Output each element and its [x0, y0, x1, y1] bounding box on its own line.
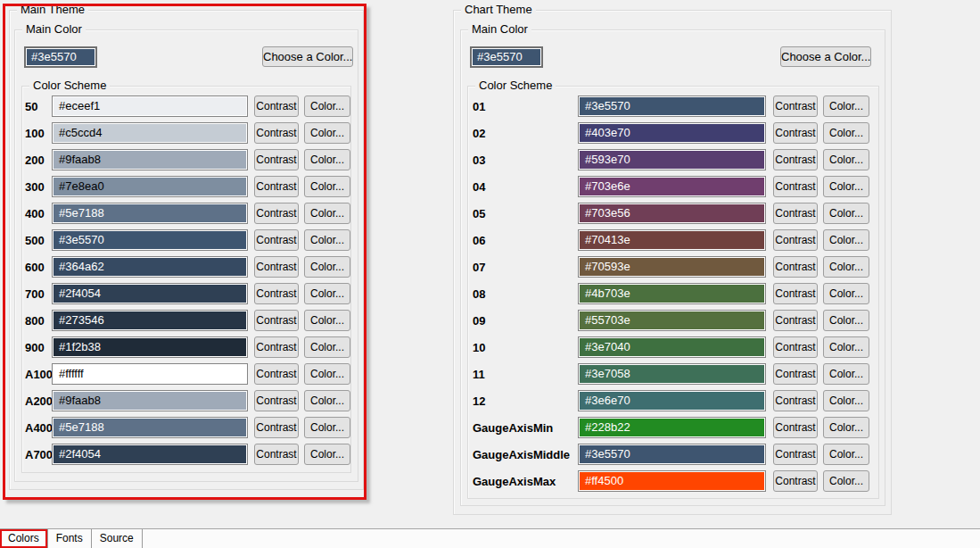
color-swatch[interactable]: #eceef1 — [52, 95, 248, 117]
color-swatch[interactable]: #55703e — [578, 310, 766, 331]
contrast-button[interactable]: Contrast — [773, 444, 818, 465]
color-swatch[interactable]: #9faab8 — [52, 390, 248, 411]
color-swatch[interactable]: #3e5570 — [578, 444, 766, 465]
color-swatch[interactable]: #3e7040 — [578, 336, 766, 358]
color-button[interactable]: Color... — [823, 122, 869, 144]
color-swatch[interactable]: #c5ccd4 — [52, 122, 248, 144]
color-button[interactable]: Color... — [823, 149, 869, 170]
contrast-button[interactable]: Contrast — [773, 256, 818, 278]
contrast-button[interactable]: Contrast — [254, 283, 299, 304]
contrast-button[interactable]: Contrast — [254, 122, 299, 144]
scheme-row: A200#9faab8ContrastColor... — [25, 390, 350, 411]
color-button[interactable]: Color... — [304, 417, 350, 438]
contrast-button[interactable]: Contrast — [254, 229, 299, 251]
chart-theme-main-color-field[interactable]: #3e5570 — [470, 46, 543, 68]
color-swatch[interactable]: #70593e — [578, 256, 766, 278]
color-button[interactable]: Color... — [304, 122, 350, 144]
color-button[interactable]: Color... — [304, 95, 350, 117]
scheme-row: 900#1f2b38ContrastColor... — [25, 336, 350, 358]
color-swatch[interactable]: #364a62 — [52, 256, 248, 278]
scheme-row: 10#3e7040ContrastColor... — [473, 336, 869, 358]
color-swatch[interactable]: #273546 — [52, 310, 248, 331]
color-swatch[interactable]: #9faab8 — [52, 149, 248, 170]
contrast-button[interactable]: Contrast — [254, 390, 299, 411]
color-swatch[interactable]: #1f2b38 — [52, 336, 248, 358]
tab-source[interactable]: Source — [92, 529, 143, 548]
contrast-button[interactable]: Contrast — [773, 283, 818, 304]
color-button[interactable]: Color... — [823, 176, 869, 197]
color-swatch[interactable]: #ff4500 — [578, 470, 766, 492]
main-color-group-title: Main Color — [22, 22, 86, 37]
color-swatch[interactable]: #5e7188 — [52, 417, 248, 438]
color-button[interactable]: Color... — [823, 363, 869, 385]
tab-fonts[interactable]: Fonts — [48, 529, 92, 548]
main-theme-main-color-field[interactable]: #3e5570 — [24, 46, 97, 68]
scheme-row: GaugeAxisMiddle#3e5570ContrastColor... — [473, 444, 869, 465]
color-swatch[interactable]: #ffffff — [52, 363, 248, 385]
chart-theme-choose-color-button[interactable]: Choose a Color... — [780, 46, 871, 67]
main-theme-choose-color-button[interactable]: Choose a Color... — [262, 46, 353, 67]
color-swatch[interactable]: #5e7188 — [52, 203, 248, 224]
color-button[interactable]: Color... — [304, 444, 350, 465]
color-swatch[interactable]: #593e70 — [578, 149, 766, 170]
contrast-button[interactable]: Contrast — [254, 417, 299, 438]
contrast-button[interactable]: Contrast — [254, 310, 299, 331]
scheme-row-label: 100 — [25, 127, 52, 140]
color-swatch[interactable]: #2f4054 — [52, 283, 248, 304]
color-button[interactable]: Color... — [304, 336, 350, 358]
color-swatch[interactable]: #703e56 — [578, 203, 766, 224]
color-swatch[interactable]: #7e8ea0 — [52, 176, 248, 197]
contrast-button[interactable]: Contrast — [773, 176, 818, 197]
color-button[interactable]: Color... — [823, 336, 869, 358]
color-button[interactable]: Color... — [304, 176, 350, 197]
color-button[interactable]: Color... — [304, 229, 350, 251]
contrast-button[interactable]: Contrast — [773, 417, 818, 438]
color-button[interactable]: Color... — [823, 95, 869, 117]
contrast-button[interactable]: Contrast — [773, 310, 818, 331]
color-button[interactable]: Color... — [304, 149, 350, 170]
contrast-button[interactable]: Contrast — [254, 95, 299, 117]
contrast-button[interactable]: Contrast — [773, 363, 818, 385]
contrast-button[interactable]: Contrast — [254, 176, 299, 197]
color-button[interactable]: Color... — [304, 310, 350, 331]
contrast-button[interactable]: Contrast — [773, 229, 818, 251]
color-button[interactable]: Color... — [823, 417, 869, 438]
color-button[interactable]: Color... — [823, 203, 869, 224]
contrast-button[interactable]: Contrast — [773, 470, 818, 492]
color-button[interactable]: Color... — [823, 310, 869, 331]
contrast-button[interactable]: Contrast — [773, 336, 818, 358]
color-button[interactable]: Color... — [304, 363, 350, 385]
color-swatch[interactable]: #3e6e70 — [578, 390, 766, 411]
contrast-button[interactable]: Contrast — [254, 203, 299, 224]
color-button[interactable]: Color... — [823, 229, 869, 251]
contrast-button[interactable]: Contrast — [254, 336, 299, 358]
contrast-button[interactable]: Contrast — [773, 149, 818, 170]
color-button[interactable]: Color... — [823, 256, 869, 278]
contrast-button[interactable]: Contrast — [254, 256, 299, 278]
contrast-button[interactable]: Contrast — [773, 122, 818, 144]
contrast-button[interactable]: Contrast — [773, 95, 818, 117]
contrast-button[interactable]: Contrast — [254, 149, 299, 170]
color-button[interactable]: Color... — [304, 283, 350, 304]
contrast-button[interactable]: Contrast — [254, 363, 299, 385]
color-swatch[interactable]: #228b22 — [578, 417, 766, 438]
color-button[interactable]: Color... — [823, 470, 869, 492]
color-button[interactable]: Color... — [823, 283, 869, 304]
color-swatch[interactable]: #2f4054 — [52, 444, 248, 465]
color-button[interactable]: Color... — [304, 203, 350, 224]
color-swatch[interactable]: #3e7058 — [578, 363, 766, 385]
contrast-button[interactable]: Contrast — [773, 203, 818, 224]
color-swatch[interactable]: #4b703e — [578, 283, 766, 304]
color-button[interactable]: Color... — [823, 444, 869, 465]
color-swatch[interactable]: #403e70 — [578, 122, 766, 144]
color-swatch[interactable]: #3e5570 — [578, 95, 766, 117]
contrast-button[interactable]: Contrast — [254, 444, 299, 465]
color-swatch[interactable]: #703e6e — [578, 176, 766, 197]
color-button[interactable]: Color... — [304, 390, 350, 411]
color-button[interactable]: Color... — [304, 256, 350, 278]
color-swatch[interactable]: #3e5570 — [52, 229, 248, 251]
tab-colors[interactable]: Colors — [0, 529, 48, 548]
color-swatch[interactable]: #70413e — [578, 229, 766, 251]
contrast-button[interactable]: Contrast — [773, 390, 818, 411]
color-button[interactable]: Color... — [823, 390, 869, 411]
